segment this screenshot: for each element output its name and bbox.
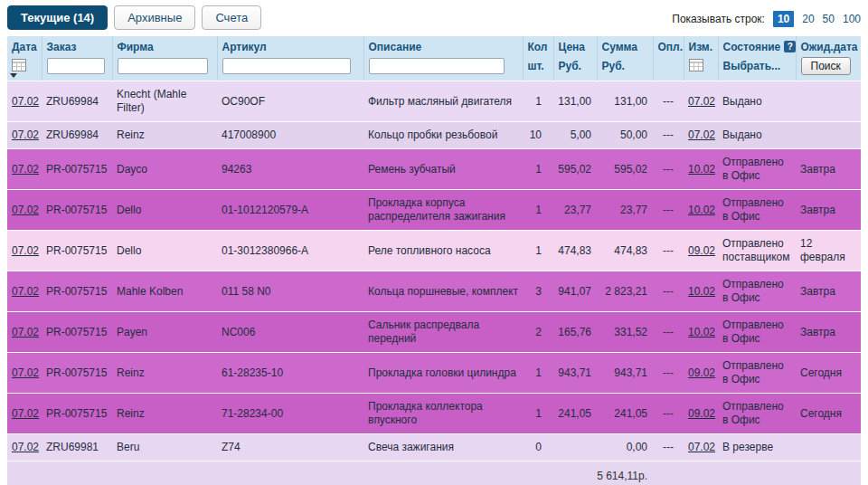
filter-cell-description (363, 55, 523, 81)
status-filter-select[interactable]: Выбрать... (723, 60, 781, 72)
tab-invoices[interactable]: Счета (202, 5, 261, 30)
order-filter-input[interactable] (47, 58, 105, 74)
row-date-link[interactable]: 07.02 (12, 441, 39, 453)
firm-filter-input[interactable] (118, 58, 208, 74)
table-row: 07.02 PR-0075715 Dayco 94263 Ремень зубч… (7, 149, 861, 190)
row-date-link[interactable]: 07.02 (12, 326, 39, 338)
col-header-modified: Изм. (684, 36, 718, 55)
cell-date: 07.02 (7, 122, 42, 149)
col-header-sum: Сумма (597, 36, 653, 55)
cell-paid: --- (653, 312, 684, 353)
cell-order: PR-0075715 (42, 231, 112, 271)
cell-modified: 09.02 (684, 353, 718, 394)
article-filter-input[interactable] (222, 58, 351, 74)
table-body: 07.02 ZRU69984 Knecht (Mahle Filter) OC9… (7, 81, 861, 461)
row-date-link[interactable]: 07.02 (12, 366, 39, 379)
row-date-link[interactable]: 07.02 (12, 204, 39, 216)
row-date-link[interactable]: 07.02 (12, 163, 39, 176)
cell-article: Z74 (217, 434, 363, 461)
cell-description: Ремень зубчатый (363, 149, 523, 190)
sort-direction-icon (10, 73, 17, 78)
row-modified-link[interactable]: 10.02 (688, 163, 715, 176)
cell-modified: 07.02 (684, 81, 718, 122)
row-date-link[interactable]: 07.02 (12, 128, 39, 141)
cell-order: ZRU69984 (42, 122, 112, 149)
col-header-price: Цена (553, 36, 597, 55)
row-modified-link[interactable]: 07.02 (688, 95, 715, 108)
cell-modified: 09.02 (684, 394, 718, 434)
row-modified-link[interactable]: 10.02 (688, 326, 715, 338)
filter-cell-status: Выбрать... (718, 55, 796, 81)
tab-archived-orders[interactable]: Архивные (114, 5, 195, 30)
cell-firm: Payen (112, 312, 217, 353)
row-modified-link[interactable]: 07.02 (688, 128, 715, 141)
cell-date: 07.02 (7, 312, 42, 353)
table-row: 07.02 PR-0075715 Dello 01-1012120579-A П… (7, 190, 861, 231)
total-row: 5 614,11р. (7, 461, 861, 485)
row-date-link[interactable]: 07.02 (12, 285, 39, 298)
rows-per-page-option-20[interactable]: 20 (802, 13, 814, 25)
filter-cell-order (42, 55, 112, 81)
row-date-link[interactable]: 07.02 (12, 244, 39, 257)
cell-description: Кольцо пробки резьбовой (363, 122, 523, 149)
row-modified-link[interactable]: 10.02 (688, 285, 715, 298)
cell-wait-date: 12 февраля (796, 231, 861, 271)
row-modified-link[interactable]: 09.02 (688, 244, 715, 257)
cell-qty: 1 (523, 190, 553, 231)
rows-per-page-option-50[interactable]: 50 (823, 13, 835, 25)
tab-current-orders[interactable]: Текущие (14) (7, 5, 108, 30)
cell-paid: --- (653, 353, 684, 394)
table-row: 07.02 PR-0075715 Dello 01-3012380966-A Р… (7, 231, 861, 271)
filter-cell-price-unit: Руб. (553, 55, 597, 81)
cell-price (553, 434, 597, 461)
row-date-link[interactable]: 07.02 (12, 95, 39, 108)
cell-paid: --- (653, 81, 684, 122)
cell-firm: Reinz (112, 122, 217, 149)
cell-status: Отправлено в Офис (718, 353, 796, 394)
cell-modified: 10.02 (684, 190, 718, 231)
cell-description: Кольца поршневые, комплект (363, 271, 523, 312)
date-calendar-icon[interactable] (12, 59, 26, 71)
cell-price: 165,76 (553, 312, 597, 353)
cell-date: 07.02 (7, 434, 42, 461)
row-modified-link[interactable]: 09.02 (688, 366, 715, 379)
row-modified-link[interactable]: 07.02 (688, 441, 715, 453)
row-modified-link[interactable]: 09.02 (688, 407, 715, 420)
rows-per-page-option-100[interactable]: 100 (843, 13, 861, 25)
cell-description: Свеча зажигания (363, 434, 523, 461)
cell-firm: Dello (112, 190, 217, 231)
cell-paid: --- (653, 122, 684, 149)
cell-status: Отправлено в Офис (718, 394, 796, 434)
filter-cell-date (7, 55, 42, 81)
cell-sum: 331,52 (597, 312, 653, 353)
description-filter-input[interactable] (369, 58, 505, 74)
cell-sum: 943,71 (597, 353, 653, 394)
cell-order: ZRU69984 (42, 81, 112, 122)
status-help-icon[interactable]: ? (784, 41, 796, 52)
tab-bar: Текущие (14) Архивные Счета (7, 5, 261, 30)
row-date-link[interactable]: 07.02 (12, 407, 39, 420)
orders-table: Дата Заказ Фирма Артикул Описание Кол Це… (7, 36, 861, 485)
modified-calendar-icon[interactable] (689, 59, 703, 71)
cell-date: 07.02 (7, 353, 42, 394)
cell-wait-date (796, 122, 861, 149)
col-header-status-label: Состояние (723, 41, 781, 53)
cell-status: Выдано (718, 122, 796, 149)
filter-cell-qty-unit: шт. (523, 55, 553, 81)
cell-status: Выдано (718, 81, 796, 122)
row-modified-link[interactable]: 10.02 (688, 204, 715, 216)
search-button[interactable]: Поиск (801, 57, 851, 75)
cell-description: Прокладка головки цилиндра (363, 353, 523, 394)
cell-wait-date: Завтра (796, 190, 861, 231)
rows-per-page-control: Показывать строк: 10 20 50 100 (672, 5, 861, 27)
cell-order: PR-0075715 (42, 271, 112, 312)
table-row: 07.02 ZRU69984 Knecht (Mahle Filter) OC9… (7, 81, 861, 122)
cell-qty: 10 (523, 122, 553, 149)
rows-per-page-option-10[interactable]: 10 (773, 11, 794, 27)
cell-paid: --- (653, 394, 684, 434)
cell-firm: Dello (112, 231, 217, 271)
col-header-status: Состояние? (718, 36, 796, 55)
cell-modified: 07.02 (684, 122, 718, 149)
rows-per-page-label: Показывать строк: (672, 13, 765, 25)
cell-paid: --- (653, 434, 684, 461)
